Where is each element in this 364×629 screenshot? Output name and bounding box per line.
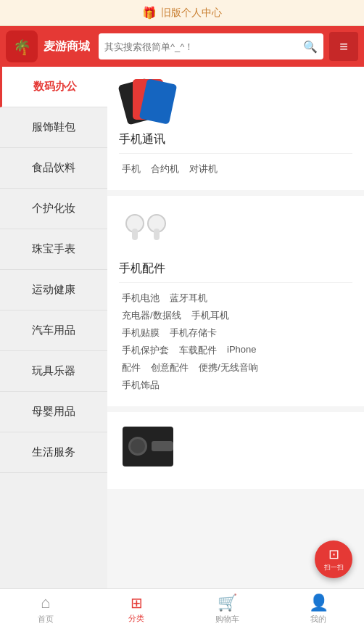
logo-box: 🌴 (6, 30, 38, 62)
logo-text: 麦游商城 (44, 39, 90, 54)
tag-creative[interactable]: 创意配件 (148, 360, 191, 376)
tag-charger[interactable]: 充电器/数据线 (119, 308, 184, 324)
sidebar-item-fashion[interactable]: 服饰鞋包 (0, 107, 107, 148)
banner-text: 旧版个人中心 (161, 7, 222, 20)
search-input[interactable] (104, 41, 300, 52)
earbuds-graphic (123, 207, 173, 254)
header: 🌴 麦游商城 🔍 ≡ (0, 26, 364, 67)
logo-icon: 🌴 (9, 33, 35, 59)
tag-car[interactable]: 车载配件 (176, 342, 220, 358)
accessories-tags-row4: 手机保护套 车载配件 iPhone (119, 342, 352, 358)
category-phones: 手机通讯 手机 合约机 对讲机 (107, 67, 364, 190)
menu-icon: ≡ (339, 38, 348, 55)
sidebar-item-auto[interactable]: 汽车用品 (0, 311, 107, 351)
sidebar-item-baby[interactable]: 母婴用品 (0, 392, 107, 432)
phone-stack-graphic (123, 78, 173, 125)
scan-fab[interactable]: ⊡ 扫一扫 (315, 540, 352, 578)
tag-case[interactable]: 手机保护套 (119, 342, 172, 358)
nav-profile-label: 我的 (310, 614, 326, 625)
phone-image (119, 75, 177, 126)
sidebar-item-beauty[interactable]: 个护化妆 (0, 189, 107, 229)
category-accessories: 手机配件 手机电池 蓝牙耳机 充电器/数据线 手机耳机 手机贴膜 手机存储卡 手… (107, 196, 364, 406)
earbud-right (147, 214, 166, 233)
search-icon[interactable]: 🔍 (303, 40, 318, 54)
tag-walkie[interactable]: 对讲机 (186, 161, 220, 177)
phones-tags: 手机 合约机 对讲机 (119, 161, 352, 177)
nav-home-label: 首页 (38, 614, 54, 625)
camera-image (119, 421, 177, 472)
phones-title: 手机通讯 (119, 132, 352, 154)
camera-graphic (123, 427, 173, 466)
scan-label: 扫一扫 (324, 563, 344, 572)
nav-home[interactable]: ⌂ 首页 (0, 589, 91, 629)
main-area: 数码办公 服饰鞋包 食品饮料 个护化妆 珠宝手表 运动健康 汽车用品 玩具乐器 … (0, 67, 364, 588)
category-camera (107, 412, 364, 489)
sidebar-item-food[interactable]: 食品饮料 (0, 148, 107, 189)
tag-film[interactable]: 手机贴膜 (119, 325, 162, 341)
sidebar-item-jewelry[interactable]: 珠宝手表 (0, 229, 107, 270)
home-icon: ⌂ (41, 593, 50, 612)
earbud-left (125, 214, 144, 233)
content-area: 手机通讯 手机 合约机 对讲机 手机配件 手机电池 蓝牙耳机 (107, 67, 364, 588)
tag-storage[interactable]: 手机存储卡 (167, 325, 220, 341)
accessories-tags-row2: 充电器/数据线 手机耳机 (119, 308, 352, 324)
cart-icon: 🛒 (218, 593, 237, 612)
tag-bt-earphone[interactable]: 蓝牙耳机 (167, 290, 210, 306)
nav-cart[interactable]: 🛒 购物车 (182, 589, 273, 629)
profile-icon: 👤 (309, 593, 328, 612)
gift-icon: 🎁 (142, 6, 157, 20)
earbuds-image (119, 205, 177, 255)
tag-contract[interactable]: 合约机 (148, 161, 182, 177)
tag-earphone[interactable]: 手机耳机 (189, 308, 232, 324)
nav-cart-label: 购物车 (215, 614, 239, 625)
scan-icon: ⊡ (328, 546, 339, 562)
tag-accessory[interactable]: 配件 (119, 360, 144, 376)
tag-iphone[interactable]: iPhone (224, 342, 259, 358)
sidebar-item-sports[interactable]: 运动健康 (0, 270, 107, 311)
svg-text:🌴: 🌴 (13, 38, 31, 56)
tag-jewelry[interactable]: 手机饰品 (119, 377, 162, 393)
nav-category[interactable]: ⊞ 分类 (91, 589, 183, 629)
top-banner[interactable]: 🎁 旧版个人中心 (0, 0, 364, 26)
camera-image-row (119, 421, 352, 472)
bottom-nav: ⌂ 首页 ⊞ 分类 🛒 购物车 👤 我的 (0, 588, 364, 629)
menu-button[interactable]: ≡ (329, 32, 358, 61)
accessories-image-row (119, 205, 352, 255)
sidebar-item-digital[interactable]: 数码办公 (0, 67, 107, 107)
nav-profile[interactable]: 👤 我的 (273, 589, 365, 629)
accessories-tags-row5: 配件 创意配件 便携/无线音响 (119, 360, 352, 376)
tag-speaker[interactable]: 便携/无线音响 (196, 360, 261, 376)
accessories-tags-row1: 手机电池 蓝牙耳机 (119, 290, 352, 306)
accessories-tags-row3: 手机贴膜 手机存储卡 (119, 325, 352, 341)
nav-category-label: 分类 (128, 613, 144, 624)
accessories-tags-row6: 手机饰品 (119, 377, 352, 393)
sidebar-item-life[interactable]: 生活服务 (0, 432, 107, 473)
tag-battery[interactable]: 手机电池 (119, 290, 162, 306)
category-icon: ⊞ (131, 594, 143, 612)
accessories-title: 手机配件 (119, 261, 352, 283)
search-bar[interactable]: 🔍 (99, 33, 323, 59)
phone-image-row (119, 75, 352, 126)
sidebar-item-toys[interactable]: 玩具乐器 (0, 351, 107, 392)
tag-phone[interactable]: 手机 (119, 161, 144, 177)
sidebar: 数码办公 服饰鞋包 食品饮料 个护化妆 珠宝手表 运动健康 汽车用品 玩具乐器 … (0, 67, 107, 588)
